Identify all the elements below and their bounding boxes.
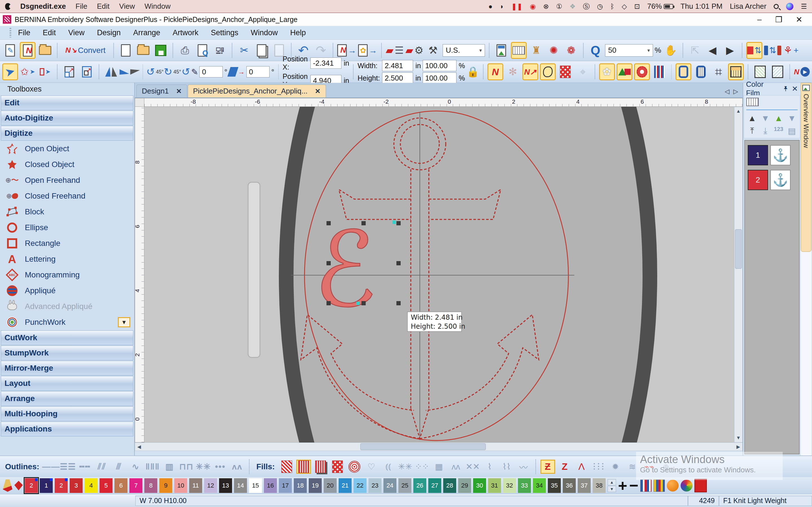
palette-swatch[interactable]: 34 xyxy=(533,478,546,493)
palette-swatch[interactable]: 23 xyxy=(368,478,382,493)
palette-swatch[interactable]: 11 xyxy=(189,478,202,493)
tool-closed-object[interactable]: Closed Object xyxy=(0,157,134,172)
mirror-horizontal-button[interactable] xyxy=(103,63,119,80)
palette-swatch[interactable]: 17 xyxy=(279,478,292,493)
palette-swatch[interactable]: 1 xyxy=(40,478,53,493)
tool-punchwork[interactable]: PunchWork ▼ xyxy=(0,314,134,330)
tab-scroll-right-icon[interactable]: ▷ xyxy=(733,88,738,95)
palette-swatch[interactable]: 37 xyxy=(578,478,591,493)
color-film-entry-2[interactable]: 2 ⚓ xyxy=(748,170,796,190)
palette-swatch[interactable]: 32 xyxy=(503,478,516,493)
mirror-vertical-button[interactable] xyxy=(121,63,139,80)
palette-swatch[interactable]: 7 xyxy=(130,478,142,493)
tool-lettering[interactable]: A Lettering xyxy=(0,251,134,267)
pause-icon[interactable]: ❚❚ xyxy=(511,3,522,10)
show-artwork-toggle[interactable]: ✿ xyxy=(599,63,615,80)
thread-chart-2-icon[interactable] xyxy=(654,480,665,492)
aspect-lock-icon[interactable]: 🔒 xyxy=(467,63,479,80)
color-change-button[interactable]: ⇅ xyxy=(746,42,762,59)
fabric-swatch-1[interactable] xyxy=(752,63,768,80)
menu-window[interactable]: Window xyxy=(251,29,278,37)
palette-swatch[interactable]: 3 xyxy=(70,478,83,493)
show-stitches-toggle[interactable]: N xyxy=(488,63,503,80)
star-fill-icon[interactable]: ✹ xyxy=(608,460,623,474)
stemstitch-icon[interactable]: ⫽⫽ xyxy=(94,460,109,473)
mac-app-name[interactable]: Dsgnedit.exe xyxy=(20,2,66,11)
palette-swatch[interactable]: 33 xyxy=(518,478,531,493)
show-applique-fabric-toggle[interactable] xyxy=(557,63,573,80)
fabric-swatch-2[interactable] xyxy=(770,63,785,80)
triple-outline-icon[interactable]: ☰☰ xyxy=(61,460,75,473)
palette-swatch[interactable]: 5 xyxy=(100,478,112,493)
motif-run-icon[interactable]: ᴧᴧ xyxy=(230,460,245,473)
palette-swatch[interactable]: 13 xyxy=(219,478,232,493)
selected-letter[interactable]: ℰ xyxy=(313,209,376,330)
tab-scroll-left-icon[interactable]: ◁ xyxy=(725,88,729,95)
palette-swatch[interactable]: 36 xyxy=(563,478,576,493)
tool-rectangle[interactable]: Rectangle xyxy=(0,235,134,251)
scroll-right-icon[interactable]: ▶ xyxy=(734,444,742,450)
thread-chart-1-icon[interactable] xyxy=(640,480,652,492)
backstitch-icon[interactable]: ⫻ xyxy=(111,460,126,473)
section-auto-digitize[interactable]: Auto-Digitize xyxy=(1,111,133,125)
object-thumbnail[interactable]: ⚓ xyxy=(770,145,791,165)
show-quilt-block-toggle[interactable] xyxy=(652,63,667,80)
cross-stitch-fill-icon[interactable]: ✕✕ xyxy=(465,460,480,474)
raised-satin-fill-icon[interactable] xyxy=(313,460,328,474)
color-picker-icon[interactable] xyxy=(3,480,12,492)
previous-object-button[interactable]: ◀ xyxy=(705,42,720,59)
stipple-backstitch-icon[interactable]: ⌇⌇ xyxy=(499,460,514,474)
palette-swatch[interactable]: 9 xyxy=(159,478,172,493)
palette-swatch[interactable]: 22 xyxy=(354,478,366,493)
blanket-stitch-icon[interactable]: ⊓⊓ xyxy=(179,460,194,473)
zigzag-border-icon[interactable]: Z xyxy=(557,460,572,474)
lacework-fill-icon[interactable]: ✳✳ xyxy=(398,460,412,474)
menu-help[interactable]: Help xyxy=(290,29,306,37)
panel-close-icon[interactable]: ✕ xyxy=(792,84,798,93)
move-back-button[interactable]: ▲ xyxy=(746,114,758,123)
outline-design-icon[interactable]: Ƶ xyxy=(541,460,555,474)
design-settings-button[interactable]: ▰⚙ xyxy=(405,42,423,59)
palette-swatch[interactable]: 19 xyxy=(309,478,322,493)
palette-swatch[interactable]: 4 xyxy=(85,478,98,493)
orange-thread-ball-icon[interactable] xyxy=(667,480,679,492)
object-thumbnail[interactable]: ⚓ xyxy=(770,170,791,190)
tool-monogramming[interactable]: ABC Monogramming xyxy=(0,267,134,283)
palette-swatch[interactable]: 26 xyxy=(413,478,426,493)
palette-swatch[interactable]: 28 xyxy=(443,478,456,493)
select-tool-button[interactable]: ➤ xyxy=(2,63,18,80)
scale-x-input[interactable]: 100.00 xyxy=(423,60,456,71)
undo-button[interactable]: ↶ xyxy=(296,42,311,59)
mac-menu-window[interactable]: Window xyxy=(144,2,170,11)
contour-fill-icon[interactable]: ♡ xyxy=(364,460,378,474)
menu-edit[interactable]: Edit xyxy=(43,29,56,37)
sync-icon[interactable]: Ⓢ xyxy=(583,2,590,11)
section-edit[interactable]: Edit xyxy=(1,96,133,110)
zoom-level-dropdown[interactable]: 50▾ xyxy=(605,44,653,57)
pan-button[interactable]: ✋ xyxy=(663,42,679,59)
rotate-ccw-45-button[interactable]: ↺45° xyxy=(147,63,163,80)
feather-stitch-icon[interactable]: Λ xyxy=(574,460,589,474)
battery-indicator[interactable]: 76% xyxy=(647,2,673,11)
stitch-player-button[interactable]: N▶ xyxy=(794,63,810,80)
insert-before-button[interactable]: ▲ xyxy=(773,114,784,123)
show-hoop-toggle[interactable] xyxy=(675,63,691,80)
move-forward-button[interactable]: ▼ xyxy=(760,114,771,123)
write-to-machine-button[interactable]: 🖳 xyxy=(212,42,228,59)
evernote-icon[interactable]: ◗ xyxy=(500,3,504,10)
chat-status-icon[interactable]: ● xyxy=(488,3,493,10)
color-film-entry-1[interactable]: 1 ⚓ xyxy=(748,145,796,165)
palette-swatch[interactable]: 2 xyxy=(55,478,68,493)
remove-color-button[interactable]: − xyxy=(629,478,639,494)
restore-button[interactable]: ❐ xyxy=(775,15,782,24)
new-button[interactable] xyxy=(118,42,134,59)
show-needle-points-toggle[interactable]: ✻ xyxy=(505,63,521,80)
section-applications[interactable]: Applications xyxy=(1,421,133,436)
position-x-input[interactable]: -2.341 xyxy=(310,57,342,69)
airplay-icon[interactable]: ⊡ xyxy=(634,3,640,10)
vertical-scroll-thumb[interactable] xyxy=(735,229,742,269)
spotlight-search-icon[interactable] xyxy=(774,4,779,9)
tool-advanced-applique[interactable]: Advanced Appliqué xyxy=(0,298,134,314)
close-button[interactable]: ✕ xyxy=(796,15,802,24)
palette-swatch[interactable]: 27 xyxy=(428,478,441,493)
